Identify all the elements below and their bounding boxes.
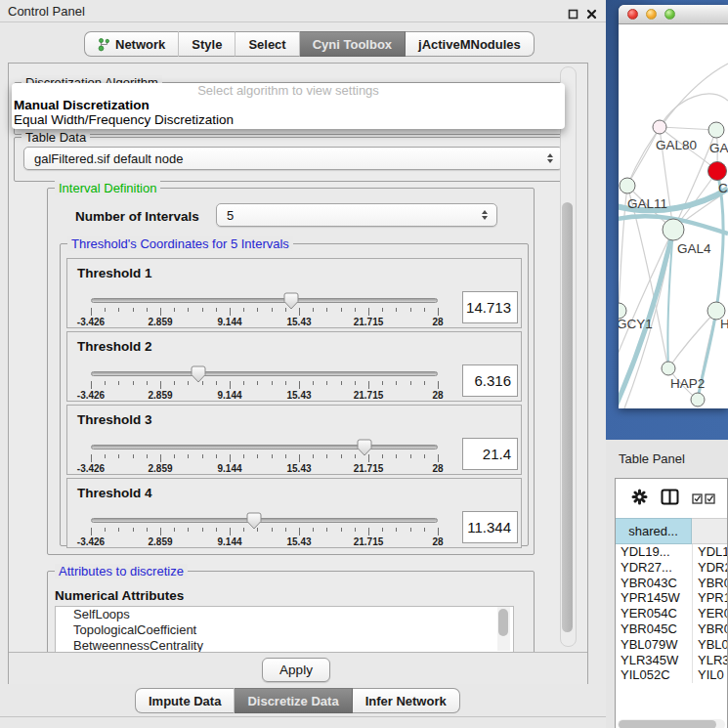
- numerical-attributes-list[interactable]: SelfLoopsTopologicalCoefficientBetweenne…: [55, 606, 514, 654]
- GAL11-node[interactable]: [620, 178, 635, 193]
- cell-shared-name[interactable]: YDL19...: [616, 544, 692, 560]
- tab-style[interactable]: Style: [179, 31, 236, 57]
- cell-shared-name[interactable]: YLR345W: [616, 653, 692, 668]
- threshold-value-field[interactable]: 21.4: [462, 438, 518, 470]
- cell-name[interactable]: YBR0: [692, 576, 728, 591]
- attributes-scrollbar[interactable]: [497, 607, 510, 651]
- tick-mark: [243, 381, 244, 385]
- table-row[interactable]: YPR145WYPR1: [616, 590, 728, 606]
- float-window-icon[interactable]: [568, 6, 578, 17]
- table-row[interactable]: YBR045CYBR0: [616, 621, 728, 637]
- cell-name[interactable]: YLR3: [692, 653, 728, 668]
- tab-network[interactable]: Network: [84, 31, 179, 57]
- cell-shared-name[interactable]: YER054C: [616, 606, 692, 621]
- tick-mark: [216, 381, 217, 385]
- num-intervals-combo[interactable]: 5: [216, 203, 497, 227]
- checkbox-icon[interactable]: [692, 493, 715, 504]
- slider-track[interactable]: [91, 518, 438, 523]
- cell-name[interactable]: YDR2: [692, 560, 728, 576]
- slider-track[interactable]: [91, 371, 438, 376]
- table-h-scrollbar-thumb[interactable]: [619, 720, 716, 728]
- threshold-value-field[interactable]: 6.316: [462, 364, 518, 397]
- node-label-c: C: [718, 181, 728, 195]
- apply-button[interactable]: Apply: [262, 658, 330, 682]
- tick-label: 21.715: [354, 536, 384, 547]
- table-row[interactable]: YDL19...YDL1: [616, 544, 728, 560]
- algorithm-dropdown-popup: Select algorithm to view settings Manual…: [12, 83, 565, 129]
- tick-mark: [410, 528, 411, 532]
- tick-mark: [216, 308, 217, 312]
- tick-mark: [272, 308, 273, 312]
- cell-shared-name[interactable]: YPR145W: [616, 590, 692, 606]
- attributes-scrollbar-thumb[interactable]: [498, 609, 508, 636]
- GAL4-node[interactable]: [663, 219, 684, 240]
- network-window-titlebar[interactable]: [619, 5, 728, 24]
- column-header-name[interactable]: na: [692, 518, 728, 544]
- tick-mark: [243, 308, 244, 312]
- cell-name[interactable]: YBL0: [692, 637, 728, 653]
- tick-mark: [299, 308, 300, 316]
- attribute-item-topologicalcoefficient[interactable]: TopologicalCoefficient: [56, 622, 513, 638]
- threshold-value-field[interactable]: 11.344: [462, 511, 518, 543]
- minimize-traffic-light-icon[interactable]: [646, 9, 657, 20]
- slider-thumb[interactable]: [357, 439, 372, 460]
- split-columns-icon[interactable]: [661, 489, 679, 509]
- cell-name[interactable]: YBR0: [692, 621, 728, 637]
- table-row[interactable]: YLR345WYLR3: [616, 653, 728, 668]
- slider-thumb[interactable]: [191, 365, 206, 387]
- numerical-attributes-label: Numerical Attributes: [55, 588, 184, 603]
- HAP2-node[interactable]: [662, 362, 675, 375]
- attribute-item-selfloops[interactable]: SelfLoops: [56, 607, 513, 622]
- cell-shared-name[interactable]: YBR045C: [616, 621, 692, 637]
- GAL80-node[interactable]: [653, 120, 666, 134]
- cell-shared-name[interactable]: YDR27...: [616, 560, 692, 576]
- table-row[interactable]: YER054CYER0: [616, 606, 728, 621]
- table-row[interactable]: YBL079WYBL0: [616, 637, 728, 653]
- cell-name[interactable]: YIL0: [692, 667, 728, 683]
- cell-name[interactable]: YDL1: [692, 544, 728, 560]
- edge-node[interactable]: [691, 393, 705, 407]
- table-h-scrollbar[interactable]: [618, 719, 725, 728]
- tab-infer-network[interactable]: Infer Network: [353, 688, 460, 713]
- tick-label: 21.715: [354, 317, 384, 327]
- zoom-traffic-light-icon[interactable]: [664, 9, 675, 20]
- gear-icon[interactable]: [631, 489, 648, 509]
- table-data-combo[interactable]: galFiltered.sif default node: [23, 147, 563, 170]
- tab-select[interactable]: Select: [236, 31, 299, 57]
- popup-item-equal-width-frequency-discretization[interactable]: Equal Width/Frequency Discretization: [12, 112, 565, 127]
- cell-shared-name[interactable]: YBR043C: [616, 576, 692, 591]
- slider-track[interactable]: [91, 298, 438, 303]
- column-header-shared[interactable]: shared...: [616, 518, 692, 544]
- red-node[interactable]: [708, 162, 727, 181]
- cell-shared-name[interactable]: YIL052C: [616, 667, 692, 683]
- cell-shared-name[interactable]: YBL079W: [616, 637, 692, 653]
- cell-name[interactable]: YPR1: [692, 590, 728, 606]
- tick-label: 28: [432, 536, 443, 547]
- threshold-value-field[interactable]: 14.713: [462, 291, 518, 323]
- table-row[interactable]: YDR27...YDR2: [616, 560, 728, 576]
- GA-node[interactable]: [708, 122, 724, 138]
- tick-mark: [382, 454, 383, 458]
- close-traffic-light-icon[interactable]: [627, 9, 638, 20]
- slider-track[interactable]: [91, 445, 438, 450]
- tick-mark: [438, 308, 439, 316]
- node-label-hap2: HAP2: [670, 376, 705, 391]
- close-icon[interactable]: [586, 6, 597, 17]
- popup-item-manual-discretization[interactable]: Manual Discretization: [12, 98, 565, 112]
- cell-name[interactable]: YER0: [692, 606, 728, 621]
- table-row[interactable]: YBR043CYBR0: [616, 576, 728, 591]
- settings-scrollbar[interactable]: [560, 66, 577, 647]
- settings-scrollbar-thumb[interactable]: [562, 202, 573, 632]
- tab-cyni-toolbox[interactable]: Cyni Toolbox: [300, 31, 406, 57]
- slider-thumb[interactable]: [283, 292, 299, 314]
- tick-mark: [174, 454, 175, 458]
- table-row[interactable]: YIL052CYIL0: [616, 667, 728, 683]
- network-canvas[interactable]: GAL80GACGAL11GAL4GCY1HHAP2: [619, 24, 728, 408]
- tab-impute-data[interactable]: Impute Data: [135, 688, 235, 713]
- tab-discretize-data[interactable]: Discretize Data: [235, 688, 352, 713]
- popup-placeholder-item[interactable]: Select algorithm to view settings: [12, 83, 565, 98]
- slider-thumb[interactable]: [246, 512, 262, 534]
- tick-mark: [410, 308, 411, 312]
- tick-mark: [424, 308, 425, 312]
- tab-jactivemnodules[interactable]: jActiveMNodules: [406, 31, 535, 57]
